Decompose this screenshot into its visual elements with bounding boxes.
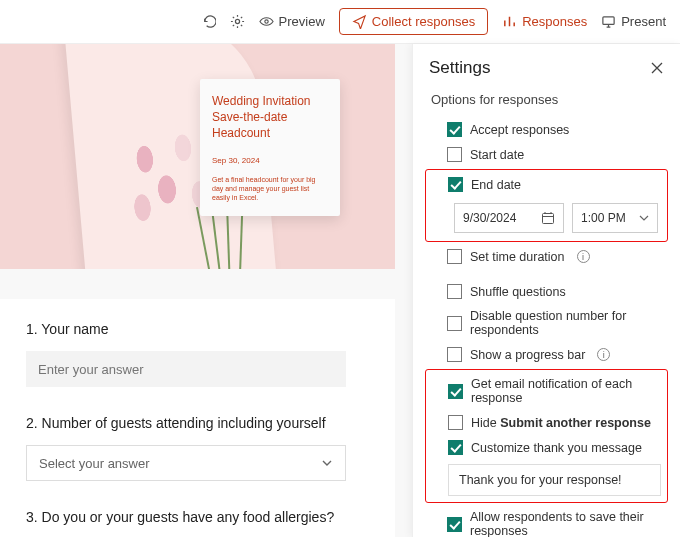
question-label: 3. Do you or your guests have any food a… <box>26 509 369 525</box>
form-date: Sep 30, 2024 <box>212 156 328 165</box>
end-date-highlight: End date 9/30/2024 1:00 PM <box>425 169 668 242</box>
allow-save-checkbox[interactable] <box>447 517 462 532</box>
question-label: 2. Number of guests attending including … <box>26 415 369 431</box>
disable-number-label: Disable question number for respondents <box>470 309 662 337</box>
question-label: 1. Your name <box>26 321 369 337</box>
accept-responses-checkbox[interactable] <box>447 122 462 137</box>
svg-point-0 <box>235 19 239 23</box>
end-date-value: 9/30/2024 <box>463 211 516 225</box>
collect-label: Collect responses <box>372 14 475 29</box>
responses-button[interactable]: Responses <box>502 14 587 29</box>
calendar-icon <box>541 211 555 225</box>
preview-button[interactable]: Preview <box>259 14 325 29</box>
customize-row: Customize thank you message <box>426 435 667 460</box>
end-date-input[interactable]: 9/30/2024 <box>454 203 564 233</box>
svg-rect-2 <box>603 17 614 25</box>
allow-save-row: Allow respondents to save their response… <box>425 505 668 537</box>
hero-banner: Wedding Invitation Save-the-date Headcou… <box>0 44 395 269</box>
accept-responses-label: Accept responses <box>470 123 569 137</box>
undo-button[interactable] <box>201 14 216 29</box>
chevron-down-icon <box>639 213 649 223</box>
start-date-label: Start date <box>470 148 524 162</box>
collect-responses-button[interactable]: Collect responses <box>339 8 488 35</box>
svg-point-1 <box>264 20 267 23</box>
chart-icon <box>502 14 517 29</box>
disable-number-row: Disable question number for respondents <box>425 304 668 342</box>
info-icon[interactable]: i <box>577 250 590 263</box>
present-label: Present <box>621 14 666 29</box>
present-icon <box>601 14 616 29</box>
info-icon[interactable]: i <box>597 348 610 361</box>
start-date-checkbox[interactable] <box>447 147 462 162</box>
shuffle-row: Shuffle questions <box>425 279 668 304</box>
send-icon <box>352 14 367 29</box>
question-2: 2. Number of guests attending including … <box>26 415 369 481</box>
duration-label: Set time duration <box>470 250 565 264</box>
present-button[interactable]: Present <box>601 14 666 29</box>
end-date-row: End date <box>426 172 667 197</box>
close-button[interactable] <box>650 61 664 75</box>
panel-title: Settings <box>429 58 490 78</box>
end-time-input[interactable]: 1:00 PM <box>572 203 658 233</box>
duration-checkbox[interactable] <box>447 249 462 264</box>
responses-label: Responses <box>522 14 587 29</box>
hide-submit-label: Hide Submit another response <box>471 416 651 430</box>
progress-row: Show a progress bar i <box>425 342 668 367</box>
end-date-fields: 9/30/2024 1:00 PM <box>426 197 667 239</box>
gear-icon <box>230 14 245 29</box>
customize-checkbox[interactable] <box>448 440 463 455</box>
svg-rect-3 <box>543 214 554 224</box>
notification-highlight: Get email notification of each response … <box>425 369 668 503</box>
disable-number-checkbox[interactable] <box>447 316 462 331</box>
answer-input[interactable] <box>26 351 346 387</box>
hide-submit-row: Hide Submit another response <box>426 410 667 435</box>
email-notif-checkbox[interactable] <box>448 384 463 399</box>
duration-row: Set time duration i <box>425 244 668 269</box>
settings-panel: Settings Options for responses Accept re… <box>412 44 680 537</box>
start-date-row: Start date <box>425 142 668 167</box>
undo-icon <box>201 14 216 29</box>
email-notif-label: Get email notification of each response <box>471 377 661 405</box>
shuffle-checkbox[interactable] <box>447 284 462 299</box>
question-3: 3. Do you or your guests have any food a… <box>26 509 369 525</box>
hide-submit-checkbox[interactable] <box>448 415 463 430</box>
allow-save-label: Allow respondents to save their response… <box>470 510 662 537</box>
shuffle-label: Shuffle questions <box>470 285 566 299</box>
panel-header: Settings <box>413 44 680 92</box>
customize-label: Customize thank you message <box>471 441 642 455</box>
answer-select[interactable]: Select your answer <box>26 445 346 481</box>
progress-checkbox[interactable] <box>447 347 462 362</box>
end-date-label: End date <box>471 178 521 192</box>
chevron-down-icon <box>321 457 333 469</box>
hero-card: Wedding Invitation Save-the-date Headcou… <box>200 79 340 216</box>
preview-label: Preview <box>279 14 325 29</box>
select-placeholder: Select your answer <box>39 456 150 471</box>
email-notif-row: Get email notification of each response <box>426 372 667 410</box>
form-title: Wedding Invitation Save-the-date Headcou… <box>212 93 328 142</box>
settings-button[interactable] <box>230 14 245 29</box>
options-label: Options for responses <box>431 92 668 107</box>
thank-you-input[interactable]: Thank you for your response! <box>448 464 661 496</box>
panel-body: Options for responses Accept responses S… <box>413 92 680 537</box>
toolbar: Preview Collect responses Responses Pres… <box>0 0 680 44</box>
form-body: 1. Your name 2. Number of guests attendi… <box>0 299 395 537</box>
accept-responses-row: Accept responses <box>425 117 668 142</box>
eye-icon <box>259 14 274 29</box>
progress-label: Show a progress bar <box>470 348 585 362</box>
form-preview: Wedding Invitation Save-the-date Headcou… <box>0 44 395 537</box>
end-time-value: 1:00 PM <box>581 211 626 225</box>
question-1: 1. Your name <box>26 321 369 387</box>
end-date-checkbox[interactable] <box>448 177 463 192</box>
form-description: Get a final headcount for your big day a… <box>212 175 328 202</box>
